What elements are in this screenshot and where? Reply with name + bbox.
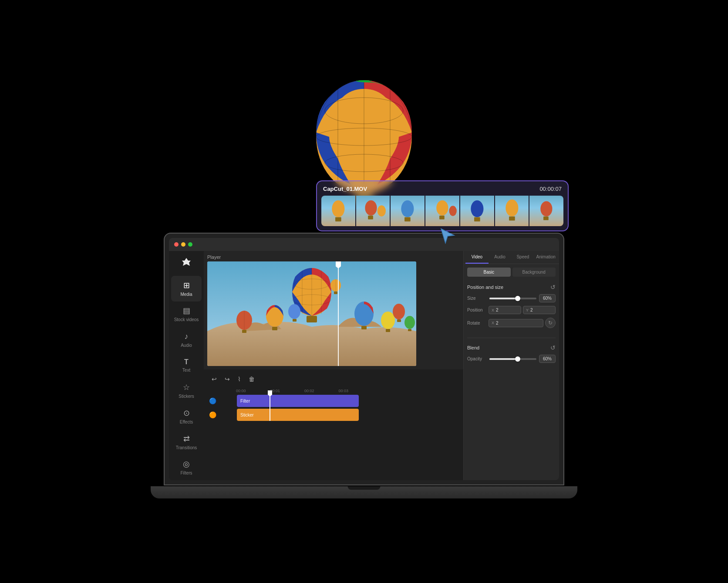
opacity-slider-thumb[interactable]	[515, 356, 520, 362]
subtab-basic[interactable]: Basic	[467, 268, 511, 277]
video-playhead	[338, 261, 339, 366]
opacity-slider[interactable]	[489, 358, 536, 360]
clip-tooltip: CapCut_01.MOV 00:00:07	[316, 180, 569, 231]
opacity-control-row: Opacity 60%	[467, 355, 556, 363]
sidebar-audio-label: Audio	[181, 343, 192, 348]
sidebar-stock-label: Stock videos	[174, 317, 199, 322]
filter-track-label: Filter	[240, 399, 250, 403]
panel-tabs: Video Audio Speed Animation	[464, 251, 559, 264]
ruler-mark-3: 00:03	[339, 389, 349, 393]
title-bar	[169, 238, 559, 251]
position-y-input[interactable]: Y 2	[523, 306, 556, 314]
filters-icon: ◎	[183, 459, 190, 469]
svg-rect-20	[307, 316, 317, 322]
clip-time: 00:00:07	[539, 186, 562, 192]
tab-animation[interactable]: Animation	[534, 251, 557, 264]
filter-track[interactable]: Filter	[237, 395, 359, 407]
media-icon: ⊞	[183, 281, 190, 290]
blend-reset[interactable]: ↺	[550, 344, 556, 351]
sidebar-filters-label: Filters	[180, 471, 192, 475]
sticker-track-icon: 🟠	[206, 409, 219, 421]
position-x-input[interactable]: X 2	[489, 306, 521, 314]
position-size-title: Position and size	[467, 285, 503, 290]
size-slider[interactable]	[489, 298, 536, 299]
blend-section: Blend ↺ Opacity	[464, 341, 559, 370]
position-size-section: Position and size ↺ Size	[464, 280, 559, 335]
opacity-value[interactable]: 60%	[539, 355, 556, 363]
size-slider-fill	[489, 298, 518, 299]
sidebar-item-media[interactable]: ⊞ Media	[171, 276, 202, 302]
svg-point-42	[377, 205, 385, 216]
clip-frame-3	[391, 196, 425, 226]
rotate-control-row: Rotate X 2 ↻	[467, 318, 556, 328]
clip-frame-7	[529, 196, 563, 226]
audio-icon: ♪	[185, 332, 189, 341]
undo-button[interactable]: ↩	[210, 374, 219, 384]
svg-point-47	[449, 206, 457, 216]
svg-rect-54	[543, 217, 549, 220]
position-size-header: Position and size ↺	[467, 284, 556, 291]
sidebar-item-stickers[interactable]: ☆ Stickers	[171, 378, 202, 404]
svg-point-51	[506, 200, 518, 217]
pos-y-axis: Y	[526, 308, 529, 312]
app-logo	[179, 255, 193, 269]
maximize-button[interactable]	[188, 242, 192, 247]
split-button[interactable]: ⌇	[236, 374, 243, 384]
ruler-mark-0: 00:00	[236, 389, 246, 393]
svg-point-53	[541, 201, 553, 217]
svg-point-46	[436, 200, 448, 216]
player-section: Player	[204, 251, 463, 369]
laptop-screen: ⊞ Media ▤ Stock videos ♪ Audio T	[169, 238, 559, 480]
stickers-icon: ☆	[183, 383, 190, 392]
svg-rect-40	[335, 217, 341, 222]
size-value[interactable]: 60%	[539, 294, 556, 302]
main-area: Player	[204, 251, 463, 480]
tab-speed[interactable]: Speed	[512, 251, 535, 264]
svg-rect-38	[408, 329, 411, 331]
clip-name: CapCut_01.MOV	[323, 186, 367, 192]
text-icon: T	[184, 358, 189, 366]
rotate-x-input[interactable]: X 2	[489, 319, 543, 327]
delete-button[interactable]: 🗑	[247, 374, 256, 384]
track-icons-column: 🔵 🟠	[206, 395, 219, 421]
scene-svg	[207, 261, 416, 366]
transitions-icon: ⇄	[183, 434, 190, 444]
sidebar-item-text[interactable]: T Text	[171, 353, 202, 378]
close-button[interactable]	[174, 242, 179, 247]
ruler-mark-2: 00:02	[304, 389, 314, 393]
svg-marker-55	[441, 229, 454, 243]
tab-audio[interactable]: Audio	[489, 251, 512, 264]
opacity-slider-fill	[489, 358, 518, 360]
svg-rect-45	[404, 217, 411, 222]
size-slider-thumb[interactable]	[515, 296, 520, 301]
svg-rect-50	[474, 217, 480, 222]
tab-video[interactable]: Video	[465, 251, 489, 264]
redo-button[interactable]: ↪	[223, 374, 232, 384]
sidebar: ⊞ Media ▤ Stock videos ♪ Audio T	[169, 251, 204, 480]
blend-title: Blend	[467, 345, 479, 350]
timeline-section: ↩ ↪ ⌇ 🗑 00:00 00:01 00:02	[204, 369, 463, 480]
svg-point-35	[288, 304, 300, 319]
sidebar-item-stock-videos[interactable]: ▤ Stock videos	[171, 302, 202, 327]
pos-x-axis: X	[492, 308, 494, 312]
opacity-label: Opacity	[467, 356, 487, 361]
player-label: Player	[207, 254, 460, 260]
position-size-reset[interactable]: ↺	[550, 284, 556, 291]
sticker-track[interactable]: Sticker	[237, 409, 359, 421]
subtab-background[interactable]: Background	[512, 268, 556, 277]
svg-point-39	[332, 200, 344, 217]
sidebar-item-audio[interactable]: ♪ Audio	[171, 327, 202, 353]
sidebar-item-transitions[interactable]: ⇄ Transitions	[171, 429, 202, 455]
clip-frame-6	[495, 196, 529, 226]
svg-rect-23	[334, 292, 337, 294]
timeline-toolbar: ↩ ↪ ⌇ 🗑	[206, 372, 461, 386]
rotate-button[interactable]: ↻	[545, 318, 556, 328]
size-slider-track	[489, 298, 536, 299]
svg-point-37	[404, 316, 415, 329]
sidebar-item-filters[interactable]: ◎ Filters	[171, 454, 202, 480]
sidebar-text-label: Text	[182, 368, 190, 373]
minimize-button[interactable]	[181, 242, 185, 247]
ruler-marks: 00:00 00:01 00:02 00:03	[223, 389, 348, 393]
sidebar-item-effects[interactable]: ⊙ Effects	[171, 403, 202, 429]
svg-rect-26	[242, 330, 246, 333]
